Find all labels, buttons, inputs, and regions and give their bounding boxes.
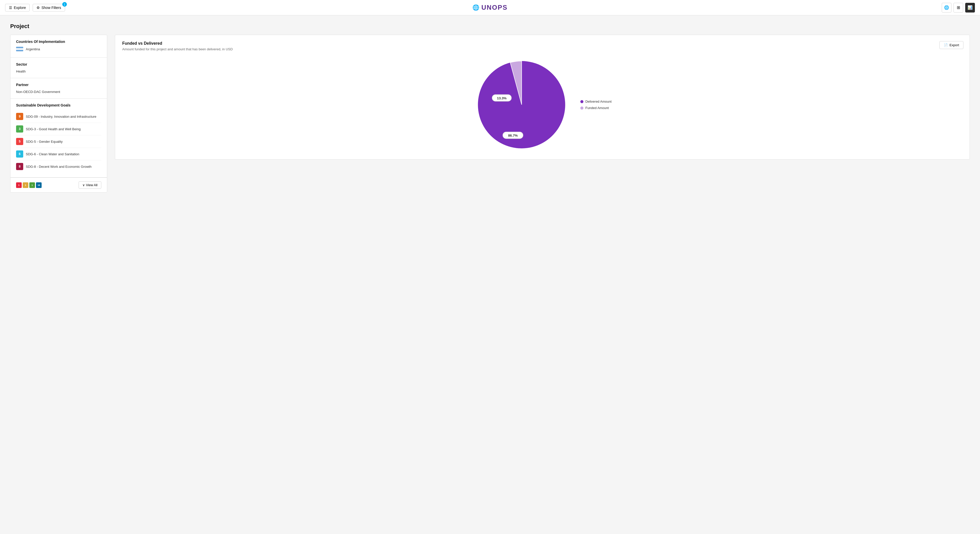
argentina-flag bbox=[16, 47, 23, 51]
export-icon: 📄 bbox=[944, 43, 948, 47]
sdg-list: 9 SDG-09 - Industry, Innovation and Infr… bbox=[16, 110, 101, 173]
filter-icon: ⚙ bbox=[37, 6, 40, 10]
content-row: Countries Of Implementation Argentina Se… bbox=[10, 35, 970, 193]
header-left: ☰ Explore ⚙ Show Filters 1 bbox=[5, 4, 65, 11]
logo-text: UNOPS bbox=[481, 3, 508, 11]
sector-title: Sector bbox=[16, 62, 101, 66]
grid-view-button[interactable]: ⊞ bbox=[953, 3, 963, 13]
view-all-label: View All bbox=[86, 183, 97, 187]
bar-chart-icon: 📊 bbox=[967, 5, 973, 10]
explore-label: Explore bbox=[14, 6, 26, 10]
chevron-down-icon: ∨ bbox=[83, 183, 85, 187]
explore-button[interactable]: ☰ Explore bbox=[5, 4, 30, 11]
logo-globe-icon: 🌐 bbox=[473, 4, 479, 11]
left-panel: Countries Of Implementation Argentina Se… bbox=[10, 35, 107, 193]
sdg-mini-badge: 1 bbox=[23, 182, 28, 188]
legend-item: Funded Amount bbox=[580, 106, 612, 110]
partner-title: Partner bbox=[16, 83, 101, 87]
view-all-button[interactable]: ∨ View All bbox=[79, 181, 101, 189]
globe-view-button[interactable]: 🌐 bbox=[942, 3, 951, 13]
country-row: Argentina bbox=[16, 47, 101, 51]
page-title: Project bbox=[10, 23, 970, 30]
sdg-label: SDG-3 - Good Health and Well Being bbox=[26, 127, 81, 131]
chart-subtitle: Amount funded for this project and amoun… bbox=[122, 47, 963, 51]
sdg-item: 8 SDG-8 - Decent Work and Economic Growt… bbox=[16, 160, 101, 173]
sdg-label: SDG-6 - Clean Water and Sanitation bbox=[26, 152, 80, 156]
country-name: Argentina bbox=[26, 47, 40, 51]
sdg-label: SDG-8 - Decent Work and Economic Growth bbox=[26, 165, 92, 169]
legend-label: Funded Amount bbox=[585, 106, 609, 110]
export-button[interactable]: 📄 Export bbox=[939, 41, 963, 49]
sdg-title: Sustainable Development Goals bbox=[16, 103, 101, 107]
sdg-badge: 6 bbox=[16, 150, 23, 158]
chart-view-button[interactable]: 📊 bbox=[965, 3, 975, 13]
filters-button[interactable]: ⚙ Show Filters 1 bbox=[33, 4, 65, 11]
header-center: 🌐 UNOPS bbox=[473, 3, 508, 11]
chart-legend: Delivered Amount Funded Amount bbox=[580, 100, 612, 110]
funded-percent-text: 13.3% bbox=[497, 96, 507, 100]
sdg-icons-row: 11116 bbox=[16, 182, 41, 188]
sdg-mini-badge: 1 bbox=[16, 182, 22, 188]
sdg-item: 3 SDG-3 - Good Health and Well Being bbox=[16, 123, 101, 135]
sdg-item: 9 SDG-09 - Industry, Innovation and Infr… bbox=[16, 110, 101, 123]
legend-label: Delivered Amount bbox=[585, 100, 612, 104]
chart-title: Funded vs Delivered bbox=[122, 41, 963, 46]
sdg-badge: 3 bbox=[16, 125, 23, 132]
panel-footer: 11116 ∨ View All bbox=[11, 177, 107, 192]
sdg-badge: 8 bbox=[16, 163, 23, 170]
sdg-item: 5 SDG-5 - Gender Equality bbox=[16, 135, 101, 148]
chart-container: 13.3% 13.3% 86.7% Delivered Amount Funde… bbox=[122, 56, 963, 153]
countries-title: Countries Of Implementation bbox=[16, 40, 101, 44]
sdg-badge: 9 bbox=[16, 113, 23, 120]
partner-value: Non-OECD-DAC Government bbox=[16, 90, 101, 94]
countries-section: Countries Of Implementation Argentina bbox=[11, 35, 107, 58]
sdg-item: 6 SDG-6 - Clean Water and Sanitation bbox=[16, 148, 101, 160]
main-content: Project Countries Of Implementation Arge… bbox=[0, 15, 980, 200]
legend-dot bbox=[580, 107, 584, 110]
sdg-mini-badge: 16 bbox=[36, 182, 41, 188]
menu-icon: ☰ bbox=[9, 6, 12, 10]
grid-icon: ⊞ bbox=[957, 5, 960, 10]
right-panel: Funded vs Delivered Amount funded for th… bbox=[115, 35, 970, 159]
export-label: Export bbox=[950, 43, 959, 47]
filters-label: Show Filters bbox=[41, 6, 61, 10]
delivered-percent-text: 86.7% bbox=[508, 134, 518, 137]
header: ☰ Explore ⚙ Show Filters 1 🌐 UNOPS 🌐 ⊞ 📊 bbox=[0, 0, 980, 15]
header-right: 🌐 ⊞ 📊 bbox=[942, 3, 975, 13]
pie-chart: 13.3% 13.3% 86.7% bbox=[473, 56, 570, 153]
partner-section: Partner Non-OECD-DAC Government bbox=[11, 78, 107, 99]
sdg-label: SDG-5 - Gender Equality bbox=[26, 140, 63, 143]
sdg-section: Sustainable Development Goals 9 SDG-09 -… bbox=[11, 99, 107, 177]
legend-item: Delivered Amount bbox=[580, 100, 612, 104]
sdg-badge: 5 bbox=[16, 138, 23, 145]
globe-icon: 🌐 bbox=[944, 5, 949, 10]
legend-dot bbox=[580, 100, 584, 103]
sdg-label: SDG-09 - Industry, Innovation and Infras… bbox=[26, 115, 97, 118]
sdg-mini-badge: 1 bbox=[29, 182, 35, 188]
sector-section: Sector Health bbox=[11, 58, 107, 78]
sector-value: Health bbox=[16, 70, 101, 73]
filter-badge: 1 bbox=[62, 2, 67, 6]
